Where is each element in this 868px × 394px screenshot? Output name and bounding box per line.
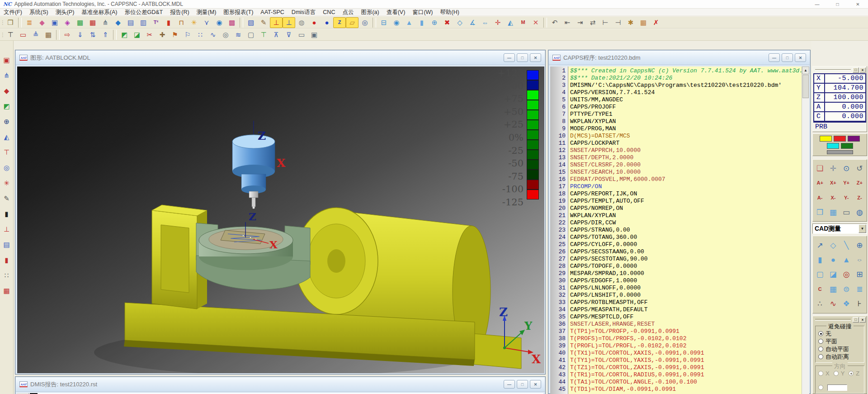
collision-option[interactable]: 无 — [818, 330, 862, 337]
probe-vertical-red-icon[interactable]: ⊥ — [270, 17, 283, 28]
db-window-icon[interactable]: ▤ — [124, 17, 137, 28]
color-palette-icon[interactable]: ▩ — [226, 17, 238, 28]
level-tool-icon[interactable]: ⊤ — [4, 29, 17, 40]
radio-icon[interactable] — [834, 371, 839, 376]
collision-option[interactable]: 平面 — [818, 337, 862, 345]
close-button[interactable]: ✕ — [848, 0, 868, 9]
gauge-down-icon[interactable]: ⇓ — [74, 29, 86, 40]
tf-red-icon[interactable]: ⊥ — [1, 223, 12, 234]
transfer-icon[interactable]: ⇄ — [586, 17, 599, 28]
measure-arc-icon[interactable]: C — [814, 282, 826, 296]
balance-icon[interactable]: ≜ — [29, 29, 42, 40]
gem-feature-icon[interactable]: ◆ — [112, 17, 124, 28]
jog-z-minus-icon[interactable]: Z- — [854, 191, 866, 205]
collision-panel-titlebar[interactable]: □x — [813, 316, 867, 323]
align-left-icon[interactable]: ⊢ — [599, 17, 612, 28]
stop-frame-icon[interactable]: ▣ — [308, 29, 321, 40]
code-editor[interactable]: 1234567891011121314151617181920212223242… — [550, 66, 809, 394]
scrollbar-thumb[interactable] — [802, 75, 809, 98]
measure-circle-icon[interactable]: ⊕ — [854, 238, 866, 252]
cut-icon[interactable]: ✂ — [143, 29, 156, 40]
jog-x-minus-icon[interactable]: X- — [827, 191, 839, 205]
menu-item-12[interactable]: 点云 — [339, 9, 357, 16]
measure-ellipse-icon[interactable]: ○ — [854, 253, 866, 267]
circle-navy-icon[interactable]: ⊕ — [1, 116, 12, 127]
jog-y-minus-icon[interactable]: Y- — [840, 191, 853, 205]
gauge-up-icon[interactable]: ⇑ — [99, 29, 112, 40]
direction-option[interactable]: X — [818, 370, 830, 377]
measure-cylinder-icon[interactable]: ▮ — [814, 253, 826, 267]
menu-item-2[interactable]: 系统(S) — [26, 9, 52, 16]
thermometer-icon[interactable]: ▮ — [162, 17, 175, 28]
cad-measure-dropdown[interactable]: CAD测量 ▼ — [812, 223, 867, 234]
palette-swatch[interactable] — [827, 143, 839, 149]
measure-offset-icon[interactable]: ≣ — [854, 282, 866, 296]
menu-item-11[interactable]: CNC — [319, 9, 339, 16]
menu-item-16[interactable]: 帮助(H) — [437, 9, 463, 16]
cross-icon[interactable]: ✚ — [156, 29, 169, 40]
graphics-window-titlebar[interactable]: AAT 图形: AATBLOCK.MDL —□✕ — [16, 51, 545, 65]
jog-a-minus-icon[interactable]: A- — [814, 191, 826, 205]
frame-window-icon[interactable]: ▣ — [48, 17, 61, 28]
part-model-icon[interactable]: ◆ — [36, 17, 48, 28]
camera-black-icon[interactable]: ▮ — [1, 208, 12, 219]
collision-option[interactable]: 自动距离 — [818, 353, 862, 361]
rings-icon[interactable]: ◎ — [359, 17, 371, 28]
delete-all-icon[interactable]: ✗ — [650, 17, 662, 28]
ball-red-icon[interactable]: ● — [308, 17, 321, 28]
curves-icon[interactable]: ≋ — [232, 29, 245, 40]
dro-panel-titlebar[interactable]: □x — [813, 66, 867, 73]
palette-swatch[interactable] — [841, 143, 853, 149]
open-folder-icon[interactable]: ❒ — [4, 17, 17, 28]
globe-view-icon[interactable]: ◍ — [854, 205, 866, 219]
graphics-viewport[interactable]: Z X Z X — [17, 66, 544, 373]
radio-icon[interactable] — [818, 339, 823, 344]
rotate-view-icon[interactable]: ↺ — [854, 161, 866, 176]
close-button[interactable]: ✕ — [795, 53, 806, 62]
toolbar-handle[interactable]: ⋮ — [0, 19, 4, 26]
hand-edit-icon[interactable]: ✎ — [257, 17, 270, 28]
radio-icon[interactable] — [818, 371, 823, 376]
maximize-button[interactable]: □ — [827, 0, 848, 9]
pin-down-icon[interactable]: ⊽ — [283, 29, 295, 40]
measure-cylinder-icon[interactable]: ▮ — [415, 17, 428, 28]
flag-outline-icon[interactable]: ⚐ — [181, 29, 194, 40]
menu-item-1[interactable]: 文件(F) — [0, 9, 26, 16]
probe-calibrate-icon[interactable]: ⋔ — [99, 17, 112, 28]
measure-plane-icon[interactable]: ◇ — [827, 238, 839, 252]
menu-item-8[interactable]: 图形报表(T) — [220, 9, 257, 16]
measure-curve-icon[interactable]: ∿ — [827, 297, 839, 311]
minimize-button[interactable]: — — [769, 53, 780, 62]
jog-a-plus-icon[interactable]: A+ — [814, 176, 826, 190]
maximize-button[interactable]: □ — [782, 53, 793, 62]
palette-swatch[interactable] — [834, 136, 846, 142]
datum-red-icon[interactable]: ◆ — [1, 85, 12, 96]
pan-icon[interactable]: ✛ — [827, 161, 839, 176]
minimize-button[interactable]: — — [504, 380, 515, 389]
minimize-button[interactable]: — — [504, 53, 515, 62]
menu-item-10[interactable]: Dmis语言 — [288, 9, 319, 16]
close-button[interactable]: ✕ — [530, 53, 541, 62]
cage-sphere-icon[interactable]: ◍ — [295, 17, 308, 28]
wave-scan-icon[interactable]: ∿ — [207, 29, 219, 40]
capps-window-titlebar[interactable]: AAT CAPPS程序: test210220.bdm —□✕ — [549, 51, 810, 65]
machine-bed-icon[interactable]: ⊓ — [175, 17, 188, 28]
measure-line-icon[interactable]: ╲ — [840, 238, 853, 252]
measure-circle-icon[interactable]: ⊕ — [428, 17, 441, 28]
menu-item-7[interactable]: 测量(M) — [193, 9, 220, 16]
jog-x-plus-icon[interactable]: X+ — [827, 176, 839, 190]
measure-block-icon[interactable]: ▦ — [827, 282, 839, 296]
dmis-window-titlebar[interactable]: AAT DMIS报告: test210220.rst —□✕ — [16, 377, 545, 392]
marquee-icon[interactable]: ▢ — [245, 29, 257, 40]
z-axis-icon[interactable]: Z — [333, 17, 346, 28]
measure-surface-icon[interactable]: ❖ — [840, 297, 853, 311]
menu-item-6[interactable]: 报告(R) — [166, 9, 193, 16]
spark-icon[interactable]: ✳ — [188, 17, 200, 28]
menu-item-5[interactable]: 形位公差GD&T — [121, 9, 166, 16]
align-right-icon[interactable]: ⊣ — [612, 17, 624, 28]
gear-icon[interactable]: ✱ — [624, 17, 637, 28]
palette-swatch[interactable] — [848, 136, 860, 142]
construct-plane-a-icon[interactable]: ◩ — [118, 29, 131, 40]
zoom-window-icon[interactable]: ❏ — [814, 161, 826, 176]
restore-button[interactable]: □ — [853, 317, 859, 323]
